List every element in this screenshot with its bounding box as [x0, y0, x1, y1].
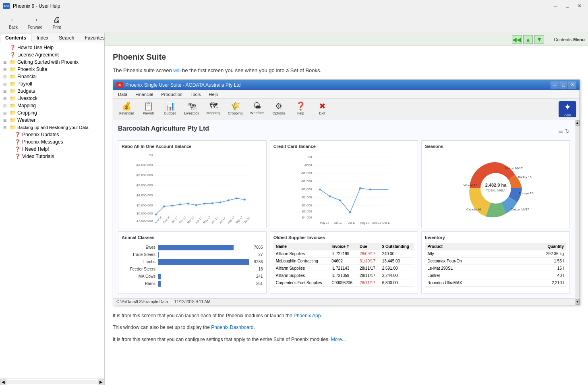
content-area[interactable]: Phoenix Suite The Phoenix suite screen w…: [105, 46, 588, 385]
tool-options[interactable]: ⚙ Options: [269, 100, 289, 118]
tool-weather[interactable]: 🌤 Weather: [247, 100, 267, 118]
tree-item-how-to-use[interactable]: ❓ How to Use Help: [2, 44, 103, 51]
svg-point-33: [203, 202, 205, 204]
left-scrollbar-bottom: ◀ ▶: [0, 379, 104, 385]
tree-item-phoenix-messages[interactable]: ❓ Phoenix Messages: [2, 138, 103, 146]
svg-text:2,482.9 ha: 2,482.9 ha: [485, 183, 506, 187]
scroll-left-btn[interactable]: ◀: [0, 379, 6, 385]
body-text-1-end: .: [321, 313, 322, 318]
inner-scroll-down[interactable]: ▼: [576, 299, 580, 305]
svg-point-36: [228, 199, 230, 201]
tree-item-getting-started[interactable]: ⊞ 📁 Getting Started with Phoenix: [2, 58, 103, 66]
nav-up-button[interactable]: ▲: [523, 35, 533, 44]
expand-icon: ⊞: [3, 67, 8, 72]
bar-value-rams: 251: [256, 281, 263, 286]
tool-payroll[interactable]: 📋 Payroll: [138, 100, 158, 118]
bar-label-trade-steers: Trade Steers: [122, 252, 158, 257]
seasons-chart-area: 2,482.9 ha TOTAL AREA Maize 16/17 Barley…: [425, 152, 566, 225]
tree-item-backing-up[interactable]: ⊞ 📁 Backing up and Restoring your Data: [2, 124, 103, 131]
svg-text:Jan 17: Jan 17: [170, 216, 178, 224]
intro-post: be the first screen you see when you go …: [180, 67, 321, 73]
nav-down-button[interactable]: ▼: [534, 35, 544, 44]
minimize-button[interactable]: ─: [550, 2, 561, 10]
menu-help[interactable]: Help: [207, 91, 220, 98]
menu-tools[interactable]: Tools: [189, 91, 203, 98]
svg-point-27: [155, 213, 157, 215]
menu-production[interactable]: Production: [159, 91, 184, 98]
tool-help[interactable]: ❓ Help: [290, 100, 311, 118]
tree-item-phoenix-suite[interactable]: ⊞ 📁 Phoenix Suite: [2, 66, 103, 73]
tool-app[interactable]: ✦ App: [559, 101, 576, 117]
menu-financial[interactable]: Financial: [134, 91, 155, 98]
credit-chart-panel: Credit Card Balance $0 -$500 -$1,000 -$1…: [270, 140, 418, 228]
farm-name: Barcoolah Agriculture Pty Ltd: [118, 125, 209, 132]
phoenix-app-link[interactable]: Phoenix App: [294, 313, 321, 318]
tool-exit[interactable]: ✖ Exit: [312, 100, 332, 118]
tree-item-livestock[interactable]: ⊞ 📁 Livestock: [2, 95, 103, 102]
tab-search[interactable]: Search: [54, 33, 79, 42]
balance-line-chart: $0 -$1,000,000 -$2,000,000 -$3,000,000 -…: [122, 152, 263, 225]
due-date: 28/11/17: [357, 272, 380, 279]
supplier-table-body: Allfarm Supplies IL 722199 28/09/17 240.…: [273, 250, 415, 286]
refresh-btn[interactable]: ↻: [565, 128, 570, 134]
doc-icon: ❓: [10, 45, 16, 50]
tree-label: Getting Started with Phoenix: [17, 59, 79, 65]
window-title: Phoenix 9 - User Help: [13, 3, 60, 9]
tree-item-cropping[interactable]: ⊞ 📁 Cropping: [2, 109, 103, 117]
tree-item-budgets[interactable]: ⊞ 📁 Budgets: [2, 87, 103, 95]
phoenix-dashboard-link[interactable]: Phoenix Dashboard: [211, 325, 253, 330]
svg-text:Nov 16: Nov 16: [154, 215, 163, 224]
close-button[interactable]: ✕: [574, 2, 585, 10]
tab-index[interactable]: Index: [31, 33, 54, 42]
menu-data[interactable]: Data: [116, 91, 129, 98]
inner-maximize-btn[interactable]: □: [559, 81, 567, 89]
tree-item-payroll[interactable]: ⊞ 📁 Payroll: [2, 80, 103, 87]
horizontal-scrollbar[interactable]: [6, 380, 98, 384]
table-row: Allfarm Supplies IL 721359 28/11/17 2,24…: [273, 272, 415, 279]
tree-area[interactable]: ❓ How to Use Help ❓ License Agreement ⊞ …: [0, 42, 104, 379]
tree-item-i-need-help[interactable]: ❓ I Need Help!: [2, 146, 103, 153]
inner-minimize-btn[interactable]: ─: [551, 81, 559, 89]
menu-link[interactable]: Menu: [573, 37, 585, 42]
tool-budget[interactable]: 📊 Budget: [160, 100, 180, 118]
product-name: Dectomax Pour-On: [425, 257, 515, 264]
tool-cropping[interactable]: 🌾 Cropping: [225, 100, 245, 118]
tool-livestock[interactable]: 🐄 Livestock: [182, 100, 202, 118]
expand-icon: ⊞: [3, 125, 8, 130]
supplier-name: Allfarm Supplies: [273, 272, 329, 279]
bar-label-ma-cows: MA Cows: [122, 274, 158, 279]
inner-close-btn[interactable]: ✕: [568, 81, 576, 89]
tree-item-license[interactable]: ❓ License Agreement: [2, 51, 103, 58]
tree-item-mapping[interactable]: ⊞ 📁 Mapping: [2, 102, 103, 109]
product-qty: 16 l: [515, 264, 566, 272]
svg-text:TOTAL AREA: TOTAL AREA: [486, 189, 506, 192]
balance-chart-title: Rabo All In One Account Balance: [122, 144, 263, 149]
back-button[interactable]: ← Back: [3, 14, 23, 31]
tree-item-weather[interactable]: ⊞ 📁 Weather: [2, 117, 103, 124]
nav-back-back-button[interactable]: ◀◀: [512, 35, 522, 44]
inventory-panel: Inventory Product Quantity: [421, 231, 570, 293]
svg-text:Oct 17: Oct 17: [382, 221, 391, 224]
inner-app-window: ✕ Phoenix Single User Suite - AGDATA Aus…: [113, 79, 580, 305]
forward-button[interactable]: → Forward: [25, 14, 45, 31]
tab-contents[interactable]: Contents: [0, 33, 31, 42]
svg-point-62: [329, 195, 331, 197]
more-link[interactable]: More...: [331, 337, 346, 342]
tool-mapping[interactable]: 🗺 Mapping: [203, 100, 224, 118]
tree-item-financial[interactable]: ⊞ 📁 Financial: [2, 73, 103, 80]
title-bar-controls: ─ □ ✕: [550, 2, 585, 10]
maximize-button[interactable]: □: [562, 2, 573, 10]
print-button[interactable]: 🖨 Print: [47, 14, 67, 31]
svg-point-32: [195, 204, 197, 206]
tree-item-video-tutorials[interactable]: ❓ Video Tutorials: [2, 153, 103, 160]
inventory-table-header: Product Quantity: [425, 243, 566, 250]
tool-financial[interactable]: 💰 Financial: [116, 100, 137, 118]
tree-item-phoenix-updates[interactable]: ❓ Phoenix Updates: [2, 131, 103, 138]
filter-btn[interactable]: ⚌: [558, 128, 563, 134]
contents-link[interactable]: Contents: [554, 37, 571, 42]
inner-scroll-up[interactable]: ▲: [576, 120, 580, 126]
folder-icon: 📁: [10, 59, 16, 65]
scroll-right-btn[interactable]: ▶: [98, 379, 104, 385]
inner-scrollbar[interactable]: ▲ ▼: [575, 120, 580, 305]
cropping-icon: 🌾: [230, 101, 240, 111]
